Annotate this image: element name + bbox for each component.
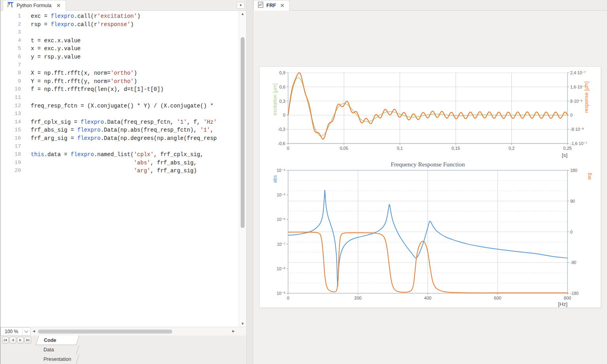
svg-text:0: 0: [283, 113, 285, 117]
code-line: 16frf_arg_sig = flexpro.Data(np.degrees(…: [0, 134, 239, 143]
code-line: 3: [0, 28, 239, 37]
svg-text:10⁻⁴: 10⁻⁴: [277, 168, 285, 173]
sheet-tab-data[interactable]: Data: [36, 345, 79, 355]
line-number: 4: [0, 37, 21, 45]
line-number: 2: [0, 21, 21, 29]
close-icon[interactable]: ✕: [55, 3, 62, 8]
viewer-tabbar: FRF ✕: [253, 0, 607, 11]
editor-pane: Python Formula ✕ ▼ 1exc = flexpro.call(r…: [0, 0, 246, 364]
pane-splitter[interactable]: [246, 0, 253, 364]
svg-text:0,15: 0,15: [451, 146, 460, 151]
code-line: 14frf_cplx_sig = flexpro.Data(freq_resp_…: [0, 118, 239, 126]
time-axis-unit: [s]: [562, 152, 567, 158]
scroll-left-icon[interactable]: ◂: [33, 328, 35, 334]
next-tab-button[interactable]: [17, 337, 24, 343]
line-number: 10: [0, 85, 21, 94]
line-number: 18: [0, 151, 21, 159]
svg-text:-1,6·10⁻⁷: -1,6·10⁻⁷: [570, 141, 587, 146]
svg-text:10⁻⁷: 10⁻⁷: [277, 242, 285, 247]
svg-text:0: 0: [287, 146, 289, 151]
abs-axis-label: abs: [272, 175, 278, 183]
line-number: 19: [0, 159, 21, 167]
tab-title: FRF: [266, 3, 276, 8]
svg-text:600: 600: [494, 296, 501, 300]
svg-text:0,9: 0,9: [279, 70, 285, 75]
previous-tab-button[interactable]: [9, 337, 16, 343]
code-text: X = np.fft.rfft(x, norm='ortho'): [21, 69, 137, 77]
code-line: 11: [0, 94, 239, 102]
scroll-right-icon[interactable]: ▸: [232, 328, 235, 334]
editor-wrap: 1exc = flexpro.call(r'excitation')2rsp =…: [0, 11, 246, 327]
svg-text:0: 0: [570, 230, 573, 234]
code-text: frf_arg_sig = flexpro.Data(np.degrees(np…: [21, 134, 217, 143]
svg-text:-0,3: -0,3: [278, 127, 285, 132]
code-text: [21, 61, 34, 70]
tab-python-formula[interactable]: Python Formula ✕: [3, 0, 66, 11]
last-tab-button[interactable]: [25, 337, 31, 343]
code-line: 17: [0, 143, 239, 151]
svg-text:800: 800: [564, 296, 571, 300]
line-number: 6: [0, 53, 21, 61]
code-line: 9Y = np.fft.rfft(y, norm='ortho'): [0, 77, 239, 86]
svg-text:0,6: 0,6: [279, 85, 285, 89]
svg-text:0,25: 0,25: [563, 146, 571, 151]
code-text: x = exc.y.value: [21, 45, 81, 53]
line-number: 17: [0, 143, 21, 151]
code-line: 18this.data = flexpro.named_list('cplx',…: [0, 151, 239, 159]
line-number: 13: [0, 110, 21, 118]
scroll-down-icon[interactable]: ▼: [239, 321, 246, 327]
line-number: 12: [0, 102, 21, 110]
svg-text:10⁻⁸: 10⁻⁸: [277, 266, 285, 271]
svg-text:-0,6: -0,6: [278, 141, 285, 146]
zoom-dropdown-segment[interactable]: [22, 328, 30, 335]
code-line: 20 'arg', frf_arg_sig): [0, 167, 239, 175]
svg-text:2,4·10⁻⁷: 2,4·10⁻⁷: [570, 70, 586, 75]
close-icon[interactable]: ✕: [279, 3, 285, 8]
code-line: 6y = rsp.y.value: [0, 53, 239, 61]
vertical-scroll-thumb[interactable]: [241, 37, 245, 228]
excitation-axis-label: excitation [μm]: [272, 83, 278, 115]
svg-text:10⁻⁵: 10⁻⁵: [277, 192, 285, 197]
time-chart: 0,90,60,30-0,3-0,62,4·10⁻⁷1,6·10⁻⁷8·10⁻⁸…: [272, 70, 589, 158]
code-text: t = exc.x.value: [21, 37, 81, 45]
svg-text:0: 0: [570, 113, 573, 117]
code-line: 4t = exc.x.value: [0, 37, 239, 45]
line-number: 16: [0, 134, 21, 143]
svg-text:400: 400: [424, 296, 431, 300]
svg-text:90: 90: [570, 199, 575, 204]
code-text: this.data = flexpro.named_list('cplx', f…: [21, 151, 204, 159]
pi-icon: [7, 2, 14, 9]
chart-page: 0,90,60,30-0,3-0,62,4·10⁻⁷1,6·10⁻⁷8·10⁻⁸…: [259, 66, 601, 308]
sheet-tab-label: Data: [43, 347, 54, 353]
horizontal-scrollbar-row: 100 % ◂ ▸: [0, 327, 246, 336]
horizontal-scroll-thumb[interactable]: [38, 330, 172, 334]
response-axis-label: response [μm]: [584, 81, 589, 113]
zoom-level: 100 %: [1, 329, 22, 334]
sheet-tab-presentation[interactable]: Presentation: [36, 355, 79, 364]
svg-text:-180: -180: [570, 291, 579, 296]
code-text: frf_abs_sig = flexpro.Data(np.abs(freq_r…: [21, 126, 217, 134]
tab-frf[interactable]: FRF ✕: [253, 0, 290, 11]
vertical-scroll-track[interactable]: [239, 17, 246, 321]
scroll-up-icon[interactable]: ▲: [239, 11, 246, 17]
svg-text:0,05: 0,05: [340, 146, 348, 151]
line-number: 3: [0, 28, 21, 37]
zoom-selector[interactable]: 100 %: [0, 327, 30, 336]
svg-text:10⁻⁶: 10⁻⁶: [277, 217, 285, 222]
code-editor[interactable]: 1exc = flexpro.call(r'excitation')2rsp =…: [0, 11, 239, 327]
svg-text:-90: -90: [570, 260, 576, 265]
code-line: 5x = exc.y.value: [0, 45, 239, 53]
code-text: rsp = flexpro.call(r'response'): [21, 21, 134, 29]
code-line: 10f = np.fft.rfftfreq(len(x), d=t[1]-t[0…: [0, 85, 239, 94]
code-text: Y = np.fft.rfft(y, norm='ortho'): [21, 77, 137, 86]
vertical-scrollbar[interactable]: ▲ ▼: [239, 11, 246, 327]
line-number: 15: [0, 126, 21, 134]
code-line: 13: [0, 110, 239, 118]
editor-tabbar: Python Formula ✕ ▼: [0, 0, 246, 11]
sheet-tab-code[interactable]: Code: [36, 336, 79, 345]
sheet-tab-row: CodeDataPresentation: [0, 336, 246, 364]
tab-list-dropdown-button[interactable]: ▼: [237, 2, 245, 9]
first-tab-button[interactable]: [2, 337, 9, 343]
svg-text:0,2: 0,2: [509, 146, 515, 151]
svg-text:10⁻⁹: 10⁻⁹: [277, 291, 285, 296]
